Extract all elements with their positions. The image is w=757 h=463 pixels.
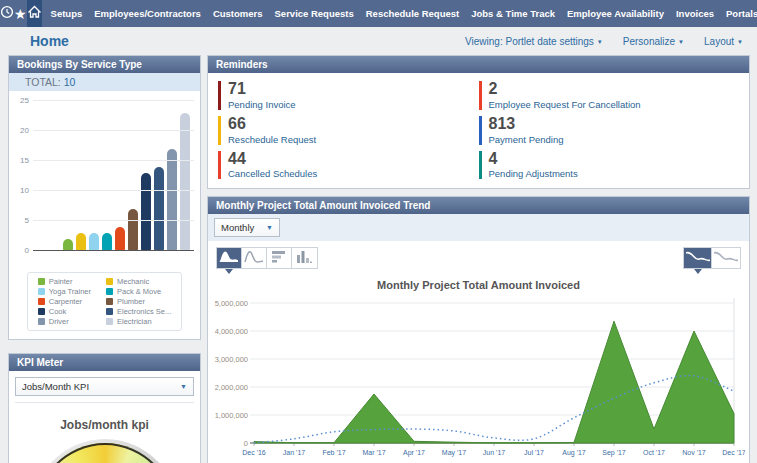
chevron-down-icon: ▼ [180,383,187,390]
viewing-dropdown[interactable]: Viewing: Portlet date settings▼ [465,36,603,47]
chevron-down-icon: ▼ [597,39,603,45]
home-button[interactable] [27,0,42,27]
hbar-chart-button[interactable] [267,248,292,268]
nav-item[interactable]: Setups [51,8,83,19]
reminder-link[interactable]: Pending Adjustments [489,168,578,179]
area-series [254,322,734,444]
gridline [33,160,194,161]
bar [115,227,125,251]
reminder-link[interactable]: Pending Invoice [228,99,296,110]
trend-on-icon [686,249,710,268]
bar [128,209,138,251]
trend-toggle-group [683,247,741,269]
monthly-interval-select[interactable]: Monthly ▼ [214,218,280,237]
y-axis-label: 4,000,000 [215,327,248,336]
legend-item: Pack & Move [106,287,171,296]
star-icon: ★ [14,7,27,21]
reminder-link[interactable]: Cancelled Schedules [228,168,317,179]
legend-item: Mechanic [106,277,171,286]
bookings-bar-chart: 0510152025 [13,96,196,266]
layout-dropdown[interactable]: Layout▼ [704,36,743,47]
legend-label: Plumber [117,297,145,306]
y-axis-label: 0 [244,439,248,448]
nav-item[interactable]: Customers [213,8,263,19]
bar [167,149,177,251]
trend-off-icon [714,249,738,268]
reminder-item: 71Pending Invoice [218,78,479,113]
reminder-link[interactable]: Employee Request For Cancellation [489,99,641,110]
reminder-count: 2 [489,81,641,98]
favorites-button[interactable]: ★ [14,0,27,27]
x-axis-label: Feb '17 [322,449,345,456]
nav-item[interactable]: Employees/Contractors [94,8,201,19]
nav-menu: SetupsEmployees/ContractorsCustomersServ… [51,8,757,19]
kpi-meter-panel: KPI Meter Jobs/Month KPI ▼ Jobs/month kp… [8,353,201,463]
monthly-control-row: Monthly ▼ [208,214,749,241]
reminder-count: 44 [228,151,317,168]
x-axis-label: May '17 [442,449,466,457]
reminder-accent-bar [479,116,482,145]
nav-item[interactable]: Invoices [676,8,714,19]
personalize-dropdown[interactable]: Personalize▼ [623,36,684,47]
x-axis-label: Apr '17 [403,449,425,457]
x-axis-label: Nov '17 [682,449,706,456]
nav-item[interactable]: Employee Availability [567,8,664,19]
y-axis-label: 2,000,000 [215,383,248,392]
y-axis-label: 20 [13,126,29,135]
legend-swatch [106,308,113,315]
dashboard-screen: ★ SetupsEmployees/ContractorsCustomersSe… [0,0,757,463]
left-column: Bookings By Service Type TOTAL: 10 05101… [8,55,201,463]
legend-swatch [106,278,113,285]
bookings-legend-col2: MechanicPack & MovePlumberElectronics Se… [106,277,171,326]
reminder-count: 71 [228,81,296,98]
page-header: Home Viewing: Portlet date settings▼ Per… [0,27,757,53]
legend-item: Cook [38,307,91,316]
bookings-legend: PainterYoga TrainerCarpenterCookDriver M… [27,272,182,331]
reminder-accent-bar [218,116,221,145]
x-axis-label: Oct '17 [643,449,665,456]
trend-off-button[interactable] [712,248,740,268]
legend-swatch [106,298,113,305]
chevron-down-icon: ▼ [737,39,743,45]
legend-label: Electronics Se... [117,307,171,316]
monthly-interval-value: Monthly [221,222,254,233]
bar [76,233,86,251]
clock-icon [0,5,14,23]
nav-item[interactable]: Reschedule Request [366,8,459,19]
divider [15,402,194,403]
bookings-bars [33,101,190,251]
x-axis-label: Sep '17 [602,449,626,457]
legend-label: Mechanic [117,277,149,286]
main-content: Bookings By Service Type TOTAL: 10 05101… [0,53,757,463]
nav-item[interactable]: Service Requests [275,8,354,19]
y-axis-label: 5,000,000 [215,299,248,308]
recent-history-button[interactable] [0,0,14,27]
x-axis-label: Aug '17 [562,449,586,457]
gridline [33,190,194,191]
bookings-panel-title: Bookings By Service Type [9,56,200,73]
reminder-count: 66 [228,116,316,133]
nav-item[interactable]: Jobs & Time Track [471,8,555,19]
x-axis-label: Jan '17 [283,449,305,456]
home-icon [27,5,42,23]
reminder-link[interactable]: Reschedule Request [228,134,316,145]
chart-type-group [216,247,318,269]
hbar-chart-icon [272,249,287,267]
nav-item[interactable]: Portals [726,8,757,19]
line-chart-button[interactable] [242,248,267,268]
trend-on-button[interactable] [684,248,712,268]
legend-label: Painter [49,277,73,286]
legend-label: Electrician [117,317,152,326]
legend-item: Driver [38,317,91,326]
legend-item: Electrician [106,317,171,326]
header-links: Viewing: Portlet date settings▼ Personal… [465,36,743,47]
kpi-select[interactable]: Jobs/Month KPI ▼ [15,377,194,396]
legend-item: Painter [38,277,91,286]
area-chart-button[interactable] [217,248,242,268]
total-label: TOTAL: [25,76,61,88]
legend-item: Plumber [106,297,171,306]
reminder-link[interactable]: Payment Pending [489,134,564,145]
legend-swatch [38,278,45,285]
chevron-down-icon: ▼ [678,39,684,45]
column-chart-button[interactable] [292,248,317,268]
